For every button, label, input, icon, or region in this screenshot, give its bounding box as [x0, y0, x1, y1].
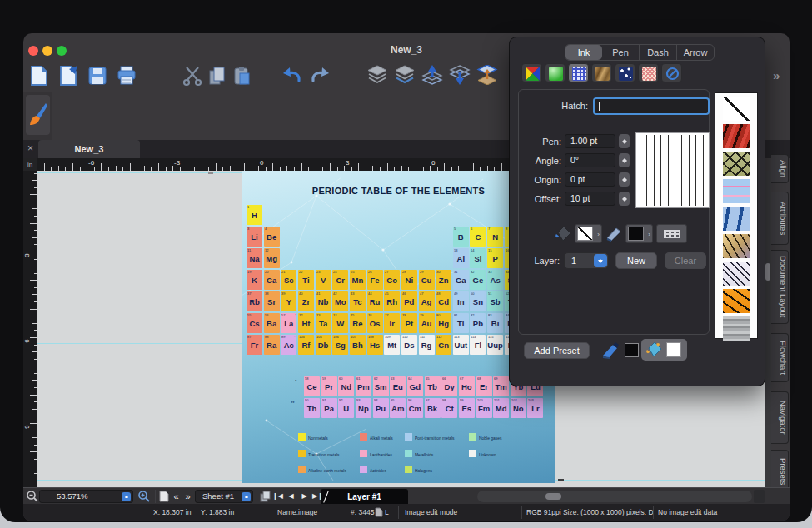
origin-stepper[interactable]: [619, 172, 630, 187]
origin-field[interactable]: 0 pt: [565, 172, 615, 187]
add-preset-button[interactable]: Add Preset: [524, 342, 590, 359]
brush-tool-button[interactable]: [26, 95, 50, 135]
tab-dash[interactable]: Dash: [640, 45, 677, 60]
element-N: 7N: [487, 227, 503, 247]
periodic-table-image[interactable]: PERIODIC TABLE OF THE ELEMENTS 1H3Li4Be5…: [242, 171, 555, 483]
stroke-swatch-button[interactable]: ›: [625, 224, 653, 243]
zoom-level-field[interactable]: 53.571%: [39, 490, 133, 503]
ink-type-texture-button[interactable]: [591, 63, 612, 82]
tab-pen[interactable]: Pen: [602, 45, 640, 60]
ink-type-color-button[interactable]: [521, 63, 542, 82]
hatch-swatch-blue-strokes[interactable]: [723, 207, 750, 231]
fill-color-well[interactable]: [666, 342, 681, 357]
series-marker: **: [291, 401, 295, 406]
hatch-swatch-red-brush-strokes[interactable]: [723, 124, 750, 148]
ink-type-gradient-button[interactable]: [545, 63, 565, 82]
angle-field[interactable]: 0°: [565, 153, 615, 167]
hatch-swatch-tan-diagonals[interactable]: [723, 234, 750, 258]
palette-tab-attributes[interactable]: Attributes: [771, 192, 789, 245]
copy-icon[interactable]: [207, 65, 228, 87]
element-Ga: 31Ga: [453, 270, 469, 290]
toolbar-overflow-icon[interactable]: »: [773, 68, 778, 82]
pen-width-stepper[interactable]: [619, 134, 630, 148]
save-document-icon[interactable]: [87, 65, 108, 87]
first-layer-icon[interactable]: ❙◀: [271, 490, 284, 503]
ruler-unit-label[interactable]: in: [23, 158, 37, 171]
previous-sheet-icon[interactable]: «: [170, 490, 182, 503]
horizontal-scrollbar[interactable]: [477, 491, 752, 502]
ink-type-pattern-button[interactable]: [615, 63, 635, 82]
hatch-swatch-orange-diagonals[interactable]: [723, 289, 750, 313]
angle-stepper[interactable]: [619, 153, 630, 167]
new-layer-button[interactable]: New: [615, 252, 657, 269]
ruler-tick: [30, 309, 37, 310]
hatch-name-input[interactable]: [593, 97, 710, 115]
offset-field[interactable]: 10 pt: [565, 192, 615, 206]
selection-handle[interactable]: [208, 172, 213, 174]
ruler-tick: [30, 481, 37, 481]
scrollbar-thumb[interactable]: [765, 263, 770, 281]
palette-tab-align[interactable]: Align: [771, 154, 789, 183]
legend-swatch: [405, 450, 412, 457]
hatch-swatch-single-diagonal-line[interactable]: [723, 97, 750, 121]
element-Be: 4Be: [264, 227, 280, 247]
pattern-picker-button[interactable]: [656, 224, 687, 243]
cut-icon[interactable]: [182, 65, 203, 87]
zoom-dropdown-icon[interactable]: [122, 492, 131, 501]
legend-swatch: [405, 466, 412, 473]
swap-layers-icon[interactable]: [476, 65, 498, 87]
sheet-selector-field[interactable]: Sheet #1: [195, 490, 253, 503]
send-to-back-icon[interactable]: [366, 65, 388, 87]
legend-label: Metalloids: [415, 452, 433, 457]
paste-icon[interactable]: [232, 65, 253, 87]
bring-to-front-icon[interactable]: [394, 65, 416, 87]
close-tab-icon[interactable]: ×: [27, 142, 33, 154]
ink-type-crosshatch-button[interactable]: [638, 63, 659, 82]
new-document-icon[interactable]: [28, 65, 50, 87]
layer-dropdown[interactable]: 1: [564, 252, 609, 269]
fill-mode-segment[interactable]: [641, 339, 687, 361]
legend-swatch: [298, 466, 306, 473]
offset-stepper[interactable]: [619, 192, 630, 206]
hatch-swatch-lavender-hatching[interactable]: [723, 262, 750, 286]
pen-color-well[interactable]: [625, 343, 639, 357]
open-document-icon[interactable]: [57, 65, 79, 87]
next-layer-icon[interactable]: ▶: [298, 490, 311, 503]
palette-tab-navigator[interactable]: Navigator: [771, 391, 789, 444]
hatch-swatch-gray-stripes[interactable]: [723, 316, 750, 341]
move-layer-down-icon[interactable]: [449, 65, 471, 87]
layer-tab[interactable]: Layer #1: [321, 489, 408, 505]
legend-swatch: [469, 450, 476, 457]
canvas-vertical-scrollbar[interactable]: [765, 171, 771, 487]
clear-layer-button[interactable]: Clear: [665, 252, 706, 269]
ruler-tick: [72, 163, 73, 171]
ink-type-hatch-button[interactable]: [568, 63, 589, 82]
redo-icon[interactable]: [309, 65, 331, 87]
hatch-swatch-list[interactable]: [715, 92, 758, 339]
fill-swatch-button[interactable]: ›: [575, 224, 602, 243]
undo-icon[interactable]: [281, 65, 303, 87]
previous-layer-icon[interactable]: ◀: [285, 490, 297, 503]
tab-ink[interactable]: Ink: [565, 45, 602, 60]
document-tab[interactable]: New_3: [38, 140, 140, 158]
scrollbar-thumb[interactable]: [545, 493, 561, 500]
tab-arrow[interactable]: Arrow: [677, 45, 714, 60]
next-sheet-icon[interactable]: »: [182, 490, 194, 503]
hatch-swatch-olive-lattice[interactable]: [723, 152, 750, 176]
element-Sg: 106Sg: [332, 335, 348, 355]
palette-tab-flowchart[interactable]: Flowchart: [771, 333, 789, 382]
hatch-swatch-blue-pink-lines[interactable]: [723, 179, 750, 203]
palette-tab-document-layout[interactable]: Document Layout: [771, 250, 789, 324]
element-Pd: 46Pd: [401, 291, 417, 311]
element-Sn: 50Sn: [470, 291, 486, 311]
pen-tool-icon[interactable]: [601, 341, 620, 362]
pen-width-field[interactable]: 1.00 pt: [565, 134, 615, 148]
sheet-dropdown-icon[interactable]: [242, 492, 251, 501]
ruler-tick: [272, 163, 273, 171]
selection-handle[interactable]: [558, 479, 564, 481]
print-icon[interactable]: [116, 65, 137, 87]
ruler-tick: [30, 337, 37, 338]
move-layer-up-icon[interactable]: [421, 65, 443, 87]
pen-knife-icon: [606, 227, 622, 245]
ink-type-no-ink-button[interactable]: [661, 63, 682, 82]
